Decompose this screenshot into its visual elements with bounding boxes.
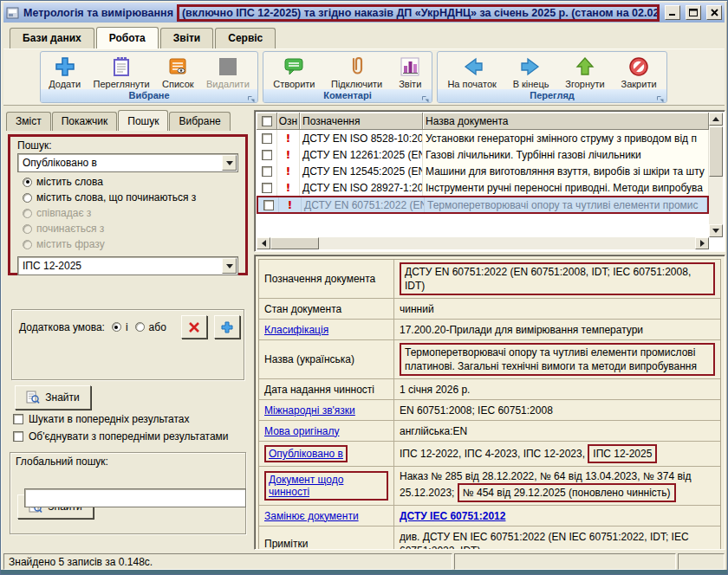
- collapse-button[interactable]: Згорнути: [560, 53, 609, 89]
- list-button[interactable]: Список: [157, 53, 199, 89]
- replaces-documents-link[interactable]: Замінює документи: [264, 510, 359, 522]
- radio-icon[interactable]: [112, 322, 121, 332]
- radio-icon[interactable]: [135, 322, 145, 332]
- radio-and[interactable]: і: [112, 321, 128, 333]
- search-block-annotation: Пошук: Опубліковано в містить слова міст…: [8, 134, 248, 275]
- table-row[interactable]: ! ДСТУ EN ISO 8528-10:202 Установки гене…: [257, 130, 709, 146]
- remove-condition-button[interactable]: [181, 315, 207, 339]
- horizontal-scrollbar[interactable]: [257, 237, 709, 249]
- tab-pokazhchyk[interactable]: Покажчик: [52, 112, 118, 131]
- international-relations-link[interactable]: Міжнародні зв'язки: [264, 404, 355, 417]
- radio-or[interactable]: або: [135, 321, 166, 333]
- group-launcher-icon[interactable]: [421, 92, 430, 100]
- minimize-button[interactable]: [665, 5, 680, 20]
- replaced-document-link[interactable]: ДСТУ IEC 60751:2012: [400, 509, 505, 523]
- detail-row-language: Мова оригіналу англійська:EN: [259, 421, 720, 442]
- close-db-button[interactable]: Закрити: [616, 53, 662, 89]
- tab-zvity[interactable]: Звіти: [160, 28, 213, 48]
- published-in-value-annotation: ІПС 12-2025: [588, 444, 657, 463]
- additional-condition-group: Додаткова умова: і або: [11, 309, 244, 380]
- go-end-button[interactable]: В кінець: [508, 53, 555, 89]
- go-start-button[interactable]: На початок: [442, 53, 501, 89]
- validity-document-link[interactable]: Документ щодо чинності: [269, 474, 343, 498]
- table-row[interactable]: ! ДСТУ EN 12261:2025 (EN Газові лічильни…: [257, 146, 709, 163]
- arrow-up-icon: [574, 55, 597, 78]
- checkbox-merge-with-previous[interactable]: Об'єднувати з попередніми результатами: [13, 430, 229, 443]
- table-row-selected-annotation[interactable]: ! ДСТУ EN 60751:2022 (EN Термоперетворюв…: [257, 196, 709, 214]
- search-field-value: Опубліковано в: [23, 157, 97, 169]
- checkbox-icon[interactable]: [262, 183, 272, 193]
- radio-icon: [23, 224, 32, 234]
- published-in-link[interactable]: Опубліковано в: [269, 448, 343, 460]
- group-launcher-icon[interactable]: [247, 92, 256, 100]
- exclamation-icon: !: [286, 181, 291, 194]
- checkbox-icon[interactable]: [13, 431, 23, 442]
- scroll-up-button[interactable]: [709, 113, 723, 126]
- tab-robota[interactable]: Робота: [96, 27, 159, 48]
- title-bar: Метрологія та вимірювання (включно ІПС 1…: [3, 3, 725, 23]
- tab-servis[interactable]: Сервіс: [215, 28, 276, 48]
- checkbox-icon[interactable]: [262, 150, 272, 160]
- search-field-select[interactable]: Опубліковано в: [17, 153, 238, 172]
- table-row[interactable]: ! ДСТУ EN ISO 28927-1:202 Інструменти ру…: [257, 179, 709, 196]
- view-button[interactable]: Переглянути: [88, 53, 155, 89]
- find-button[interactable]: Знайти: [15, 385, 91, 410]
- detail-row-international: Міжнародні зв'язки EN 60751:2008; IEC 60…: [259, 400, 720, 421]
- detail-row-validity-document: Документ щодо чинності Наказ № 285 від 2…: [259, 467, 720, 506]
- detail-row-notes: Примітки див. ДСТУ EN IEC 60751:2022 (EN…: [259, 527, 720, 550]
- checkbox-icon[interactable]: [262, 133, 272, 144]
- scroll-down-button[interactable]: [709, 224, 723, 237]
- paperclip-icon: [345, 55, 368, 78]
- create-comment-button[interactable]: Створити: [268, 53, 320, 89]
- designation-value-annotation: ДСТУ EN 60751:2022 (EN 60751:2008, IDT; …: [400, 262, 715, 295]
- radio-words-starting-with[interactable]: містить слова, що починаються з: [23, 191, 245, 204]
- column-header-name[interactable]: Назва документа: [423, 113, 709, 130]
- tab-vybrane[interactable]: Вибране: [169, 112, 230, 131]
- radio-contains-words[interactable]: містить слова: [23, 176, 245, 188]
- plus-icon: [53, 55, 76, 78]
- app-icon: [6, 6, 20, 20]
- search-label: Пошук:: [17, 139, 245, 152]
- checkbox-search-in-previous[interactable]: Шукати в попередніх результатах: [13, 413, 190, 425]
- status-found-records: Знайдено 5 записів за 0.148с.: [3, 553, 452, 570]
- search-term-select[interactable]: ІПС 12-2025: [17, 256, 238, 275]
- toolbar-group-komentari: Створити Підключити Звіти Коментарі: [263, 51, 432, 103]
- radio-starts-with: починається з: [23, 223, 245, 235]
- tab-zmist[interactable]: Зміст: [6, 112, 51, 131]
- chevron-down-icon[interactable]: [222, 258, 237, 274]
- checkbox-icon[interactable]: [262, 166, 272, 177]
- group-launcher-icon[interactable]: [656, 92, 665, 100]
- tab-poshuk[interactable]: Пошук: [118, 110, 168, 131]
- tab-bazy-danyh[interactable]: Бази даних: [10, 28, 94, 48]
- scrollbar-thumb[interactable]: [709, 126, 723, 177]
- original-language-link[interactable]: Мова оригіналу: [264, 425, 339, 437]
- radio-icon: [23, 240, 32, 249]
- select-all-header[interactable]: [257, 113, 277, 130]
- comment-reports-button[interactable]: Звіти: [393, 53, 427, 89]
- add-condition-button[interactable]: [214, 315, 240, 339]
- global-search-input[interactable]: [24, 488, 246, 507]
- chevron-down-icon[interactable]: [222, 155, 237, 171]
- vertical-scrollbar[interactable]: [709, 113, 723, 237]
- column-header-mark[interactable]: Озн: [277, 113, 300, 130]
- checkbox-icon[interactable]: [13, 414, 23, 424]
- column-header-code[interactable]: Позначення: [300, 113, 423, 130]
- radio-icon[interactable]: [23, 193, 32, 203]
- checkbox-icon[interactable]: [263, 200, 274, 210]
- checkbox-icon[interactable]: [262, 116, 272, 126]
- table-row[interactable]: ! ДСТУ EN 12545:2025 (EN Машини для виго…: [257, 163, 709, 179]
- scrollbar-thumb[interactable]: [270, 237, 319, 249]
- scroll-right-button[interactable]: [695, 237, 709, 249]
- application-window: Метрологія та вимірювання (включно ІПС 1…: [0, 0, 728, 575]
- maximize-button[interactable]: [686, 5, 701, 20]
- scroll-left-button[interactable]: [257, 237, 270, 249]
- classification-link[interactable]: Класифікація: [264, 324, 328, 336]
- toolbar-group-vybrane: Додати Переглянути Список Видалити Вибра…: [40, 51, 258, 103]
- close-button[interactable]: [706, 5, 722, 20]
- group-caption-komentari: Коментарі: [263, 89, 432, 102]
- attach-comment-button[interactable]: Підключити: [326, 53, 387, 89]
- add-button[interactable]: Додати: [43, 53, 86, 89]
- detail-row-designation: Позначення документа ДСТУ EN 60751:2022 …: [259, 260, 720, 299]
- bar-chart-icon: [399, 55, 422, 78]
- radio-icon[interactable]: [23, 178, 32, 187]
